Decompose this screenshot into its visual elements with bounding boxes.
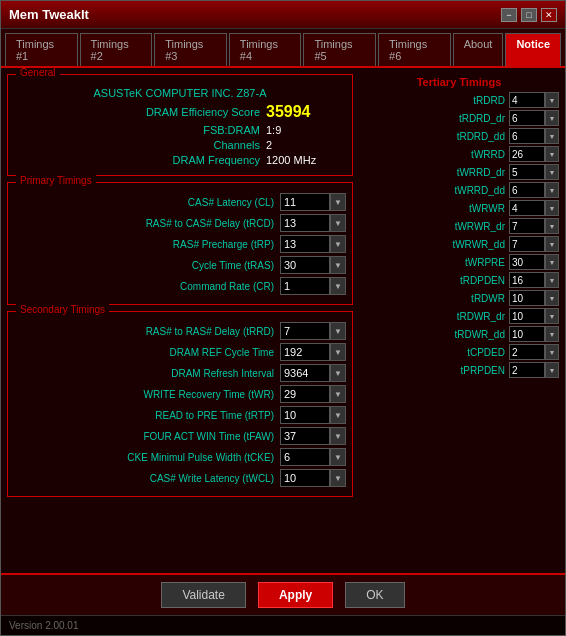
secondary-timing-down[interactable]: ▼ — [330, 406, 346, 424]
secondary-timing-input[interactable] — [280, 448, 330, 466]
tertiary-timing-input[interactable] — [509, 92, 545, 108]
primary-timing-row: RAS# Precharge (tRP) ▼ — [14, 235, 346, 253]
primary-timing-row: Cycle Time (tRAS) ▼ — [14, 256, 346, 274]
tertiary-timing-input[interactable] — [509, 182, 545, 198]
tertiary-timing-input[interactable] — [509, 308, 545, 324]
primary-timing-spinner: ▼ — [280, 256, 346, 274]
tertiary-timing-input[interactable] — [509, 290, 545, 306]
primary-timing-input[interactable] — [280, 193, 330, 211]
tab-about[interactable]: About — [453, 33, 504, 66]
tertiary-timing-arrow[interactable]: ▼ — [545, 344, 559, 360]
tab-timings1[interactable]: Timings #1 — [5, 33, 78, 66]
tertiary-timing-input[interactable] — [509, 272, 545, 288]
secondary-timing-spinner: ▼ — [280, 364, 346, 382]
tertiary-timing-arrow[interactable]: ▼ — [545, 110, 559, 126]
validate-button[interactable]: Validate — [161, 582, 245, 608]
tertiary-timing-arrow[interactable]: ▼ — [545, 92, 559, 108]
secondary-timing-label: FOUR ACT WIN Time (tFAW) — [14, 431, 280, 442]
secondary-timing-input[interactable] — [280, 343, 330, 361]
primary-timing-down[interactable]: ▼ — [330, 277, 346, 295]
primary-timing-input[interactable] — [280, 214, 330, 232]
tertiary-timing-label: tRDRD_dd — [429, 131, 509, 142]
tertiary-timing-input[interactable] — [509, 362, 545, 378]
channels-value: 2 — [266, 139, 346, 151]
secondary-timing-down[interactable]: ▼ — [330, 469, 346, 487]
tertiary-timing-arrow[interactable]: ▼ — [545, 290, 559, 306]
tertiary-timing-arrow[interactable]: ▼ — [545, 128, 559, 144]
ok-button[interactable]: OK — [345, 582, 404, 608]
primary-timing-label: RAS# Precharge (tRP) — [14, 239, 280, 250]
tertiary-timing-arrow[interactable]: ▼ — [545, 236, 559, 252]
tab-timings6[interactable]: Timings #6 — [378, 33, 451, 66]
primary-timing-input[interactable] — [280, 235, 330, 253]
tertiary-timing-input[interactable] — [509, 110, 545, 126]
secondary-timing-down[interactable]: ▼ — [330, 343, 346, 361]
secondary-timing-input[interactable] — [280, 385, 330, 403]
secondary-timing-down[interactable]: ▼ — [330, 427, 346, 445]
primary-timing-row: Command Rate (CR) ▼ — [14, 277, 346, 295]
tertiary-timing-input[interactable] — [509, 344, 545, 360]
primary-rows: CAS# Latency (CL) ▼ RAS# to CAS# Delay (… — [14, 193, 346, 295]
close-button[interactable]: ✕ — [541, 8, 557, 22]
primary-timing-down[interactable]: ▼ — [330, 214, 346, 232]
secondary-timing-label: DRAM REF Cycle Time — [14, 347, 280, 358]
tab-timings2[interactable]: Timings #2 — [80, 33, 153, 66]
tertiary-timing-input[interactable] — [509, 128, 545, 144]
tertiary-timing-input[interactable] — [509, 146, 545, 162]
tertiary-timing-input[interactable] — [509, 236, 545, 252]
minimize-button[interactable]: − — [501, 8, 517, 22]
tertiary-timing-label: tWRRD_dd — [429, 185, 509, 196]
primary-timings-group: Primary Timings CAS# Latency (CL) ▼ RAS#… — [7, 182, 353, 305]
primary-timing-down[interactable]: ▼ — [330, 256, 346, 274]
tertiary-timing-arrow[interactable]: ▼ — [545, 326, 559, 342]
primary-timing-label: Cycle Time (tRAS) — [14, 260, 280, 271]
tertiary-timing-input[interactable] — [509, 200, 545, 216]
secondary-timings-group: Secondary Timings RAS# to RAS# Delay (tR… — [7, 311, 353, 497]
tertiary-timing-label: tWRRD — [429, 149, 509, 160]
tertiary-timing-arrow[interactable]: ▼ — [545, 164, 559, 180]
tertiary-timing-arrow[interactable]: ▼ — [545, 182, 559, 198]
tertiary-timing-row: tRDWR ▼ — [359, 290, 559, 306]
primary-timing-down[interactable]: ▼ — [330, 193, 346, 211]
tertiary-timing-input[interactable] — [509, 326, 545, 342]
tertiary-timing-input[interactable] — [509, 218, 545, 234]
tertiary-timing-arrow[interactable]: ▼ — [545, 308, 559, 324]
primary-timing-down[interactable]: ▼ — [330, 235, 346, 253]
secondary-timing-input[interactable] — [280, 364, 330, 382]
tertiary-timing-row: tWRPRE ▼ — [359, 254, 559, 270]
secondary-timing-down[interactable]: ▼ — [330, 364, 346, 382]
apply-button[interactable]: Apply — [258, 582, 333, 608]
dram-efficiency-row: DRAM Efficiency Score 35994 — [14, 103, 346, 121]
secondary-timing-input[interactable] — [280, 469, 330, 487]
secondary-timing-label: WRITE Recovery Time (tWR) — [14, 389, 280, 400]
tertiary-timing-arrow[interactable]: ▼ — [545, 272, 559, 288]
secondary-timing-down[interactable]: ▼ — [330, 448, 346, 466]
secondary-timing-spinner: ▼ — [280, 406, 346, 424]
secondary-timing-input[interactable] — [280, 406, 330, 424]
secondary-timing-input[interactable] — [280, 427, 330, 445]
tab-timings4[interactable]: Timings #4 — [229, 33, 302, 66]
secondary-timing-down[interactable]: ▼ — [330, 322, 346, 340]
tertiary-timing-arrow[interactable]: ▼ — [545, 200, 559, 216]
dram-efficiency-label: DRAM Efficiency Score — [14, 106, 266, 118]
tab-timings5[interactable]: Timings #5 — [303, 33, 376, 66]
tertiary-timing-row: tWRRD ▼ — [359, 146, 559, 162]
secondary-timing-input[interactable] — [280, 322, 330, 340]
tertiary-timing-arrow[interactable]: ▼ — [545, 146, 559, 162]
primary-timing-label: RAS# to CAS# Delay (tRCD) — [14, 218, 280, 229]
tertiary-timing-input[interactable] — [509, 164, 545, 180]
primary-timing-input[interactable] — [280, 277, 330, 295]
secondary-timing-down[interactable]: ▼ — [330, 385, 346, 403]
tertiary-timing-arrow[interactable]: ▼ — [545, 362, 559, 378]
tertiary-timing-arrow[interactable]: ▼ — [545, 218, 559, 234]
primary-timing-input[interactable] — [280, 256, 330, 274]
title-bar: Mem TweakIt − □ ✕ — [1, 1, 565, 29]
tertiary-timing-label: tWRPRE — [429, 257, 509, 268]
tertiary-timing-arrow[interactable]: ▼ — [545, 254, 559, 270]
title-controls: − □ ✕ — [501, 8, 557, 22]
tab-notice[interactable]: Notice — [505, 33, 561, 66]
tertiary-rows: tRDRD ▼ tRDRD_dr ▼ tRDRD_dd ▼ tWRRD ▼ tW… — [359, 92, 559, 380]
tab-timings3[interactable]: Timings #3 — [154, 33, 227, 66]
tertiary-timing-input[interactable] — [509, 254, 545, 270]
maximize-button[interactable]: □ — [521, 8, 537, 22]
